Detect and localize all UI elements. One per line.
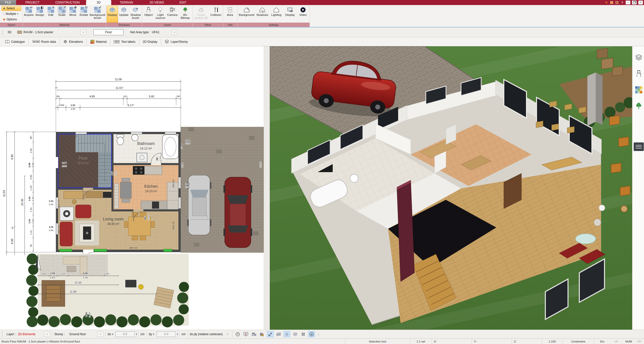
tools-icon[interactable]: ⚒: [604, 1, 608, 4]
tab-construction[interactable]: CONSTRUCTION: [49, 0, 86, 5]
render-3d-canvas[interactable]: [270, 46, 632, 330]
tab-catalogue[interactable]: Catalogue: [2, 39, 29, 45]
toolbar-overflow-button[interactable]: ⋮: [317, 332, 320, 336]
restore-button[interactable]: [632, 1, 637, 5]
tab-edit[interactable]: EDIT: [172, 0, 194, 5]
insert-object-button[interactable]: Object: [143, 6, 154, 23]
rotate-arrow-icon: ↻: [81, 7, 87, 13]
settings-lighting-button[interactable]: Lighting: [270, 6, 283, 23]
cube-icon: [109, 7, 115, 13]
chevron-down-icon[interactable]: ˅: [44, 331, 50, 337]
chevron-down-icon[interactable]: ˅: [225, 332, 230, 337]
settings-video-button[interactable]: Video: [297, 6, 309, 23]
plan-house[interactable]: Floor 18.14 m² Bathroom 14.12 m² Kitchen…: [49, 132, 181, 263]
sidebar-layers-button[interactable]: [635, 54, 642, 61]
select-button[interactable]: ➤ Select: [2, 6, 21, 11]
collision-button[interactable]: Collision: [209, 6, 222, 23]
tab-file[interactable]: FILE: [0, 0, 16, 5]
settings-background-button[interactable]: Background: [238, 6, 255, 23]
plan-top-dimension-labels: 11.08 6⁵ 11.01⁵ 36⁵ 4.65 10 5.60 36⁵ 6⁵8…: [55, 78, 180, 110]
txt-icon: TXT: [114, 40, 120, 43]
surface-snap-button[interactable]: [284, 331, 290, 337]
help-icon[interactable]: ?: [620, 1, 624, 4]
insert-camera-button[interactable]: Camera: [167, 6, 178, 23]
sidebar-plants-button[interactable]: [635, 102, 642, 110]
record-video-button[interactable]: [251, 331, 257, 337]
screenshot-button[interactable]: [243, 331, 249, 337]
storey-value[interactable]: Ground floor: [67, 332, 95, 336]
multiple-button[interactable]: ∷ Multiple▾: [2, 11, 21, 16]
dx-stepper[interactable]: [135, 331, 138, 337]
sidebar-materials-button[interactable]: [635, 86, 642, 94]
background-brush-button[interactable]: ✐ Background brush: [90, 6, 105, 23]
north-compass-button[interactable]: N: [308, 331, 315, 337]
edit-button[interactable]: ✎ Edit: [46, 6, 56, 23]
coord-mode-dropdown[interactable]: dx,dy (relative cartesian): [190, 332, 223, 336]
measure-button[interactable]: [276, 331, 282, 337]
plan-car-red[interactable]: [223, 177, 252, 248]
scale-icon: ↗: [59, 7, 65, 13]
export-object-button[interactable]: [259, 331, 265, 337]
status-scale[interactable]: 1:100: [542, 339, 562, 344]
tab-2d-views[interactable]: 2D VIEWS: [141, 0, 172, 5]
plus-icon: ✚: [3, 18, 6, 21]
dy-input[interactable]: [157, 331, 176, 337]
tab-2d-display[interactable]: 2D Display: [139, 39, 161, 45]
gear-icon: [63, 40, 67, 44]
tab-room-data[interactable]: ROOM Room data: [29, 39, 60, 45]
layer-display-button[interactable]: [292, 331, 298, 337]
window-icon[interactable]: [610, 1, 614, 4]
floor-plan-canvas[interactable]: 2.01 2.26 2.01 2.26 1.94 11.03 1.26 1.51…: [0, 46, 264, 330]
sidebar-objects-button[interactable]: [635, 70, 642, 78]
tab-text-labels[interactable]: TXT Text labels: [110, 39, 139, 45]
acquire-button[interactable]: ✏ Acquire: [23, 6, 34, 23]
toolbar-drag-handle[interactable]: [2, 331, 4, 337]
view-3d-viewport[interactable]: [270, 46, 632, 330]
rotate-button[interactable]: ↻ Rotate: [79, 6, 89, 23]
svg-text:9.17⁵: 9.17⁵: [128, 104, 134, 107]
group-label-select: Select: [0, 23, 23, 27]
chevron-down-icon[interactable]: ˅: [97, 331, 103, 337]
tab-project[interactable]: PROJECT: [16, 0, 49, 5]
material-dropdown[interactable]: RAUM - 1.5cm plaster ˅: [17, 29, 86, 35]
dx-input[interactable]: [116, 331, 135, 337]
scale-button[interactable]: ↗ Scale: [56, 6, 67, 23]
floor-button[interactable]: Floor: [93, 29, 124, 35]
sidebar-drag-handle[interactable]: [634, 142, 644, 151]
tab-3d[interactable]: 3D: [86, 0, 111, 5]
move-button[interactable]: ✥ Move: [67, 6, 78, 23]
shadow-display-button[interactable]: Display: [107, 6, 118, 23]
panel-splitter[interactable]: [264, 46, 270, 330]
status-unit[interactable]: Centimetre: [562, 339, 594, 344]
net-area-dropdown[interactable]: UFA1 ˅: [152, 29, 177, 35]
window-export-icon[interactable]: [615, 1, 619, 4]
tab-elevations[interactable]: Elevations: [60, 39, 87, 45]
plan-car-silver[interactable]: [187, 175, 211, 235]
plan-garden[interactable]: 1.65 2.00 2.63⁵ 1.10⁵ 5.00 2.35 1.32⁵ 10…: [26, 253, 189, 327]
shadow-update-button[interactable]: Update: [118, 6, 130, 23]
settings-display-button[interactable]: Display: [283, 6, 297, 23]
svg-text:10: 10: [11, 227, 14, 230]
grid-button[interactable]: [300, 331, 306, 337]
plan-2d-viewport[interactable]: 2.01 2.26 2.01 2.26 1.94 11.03 1.26 1.51…: [0, 46, 264, 330]
tab-terrain[interactable]: TERRAIN: [111, 0, 141, 5]
minimize-button[interactable]: –: [626, 1, 630, 5]
dy-label: dy =: [149, 332, 155, 336]
svg-text:88⁵: 88⁵: [144, 216, 146, 220]
shadow-brush-button[interactable]: Shadow brush: [130, 6, 141, 23]
options-button[interactable]: ✚ Options: [2, 17, 21, 22]
svg-text:1.01: 1.01: [49, 225, 54, 228]
insert-3d-bitmap-button[interactable]: 3D-Bitmap: [178, 6, 192, 23]
history-clock-button[interactable]: [235, 331, 241, 337]
layer-value[interactable]: 2D-Elemente: [18, 332, 42, 336]
toolbar-drag-handle[interactable]: [3, 29, 4, 35]
angle-snap-button[interactable]: [267, 331, 274, 337]
tab-material[interactable]: Material: [87, 39, 110, 45]
insert-light-source-button[interactable]: Light source▾: [155, 6, 166, 23]
dy-stepper[interactable]: [176, 331, 179, 337]
close-button[interactable]: ×: [638, 1, 643, 5]
settings-shadows-button[interactable]: Shadows: [255, 6, 270, 23]
area-button[interactable]: ? Area: [224, 6, 236, 23]
tab-layer-storey[interactable]: Layer/Storey: [161, 39, 191, 45]
assign-button[interactable]: ◧ Assign: [34, 6, 45, 23]
